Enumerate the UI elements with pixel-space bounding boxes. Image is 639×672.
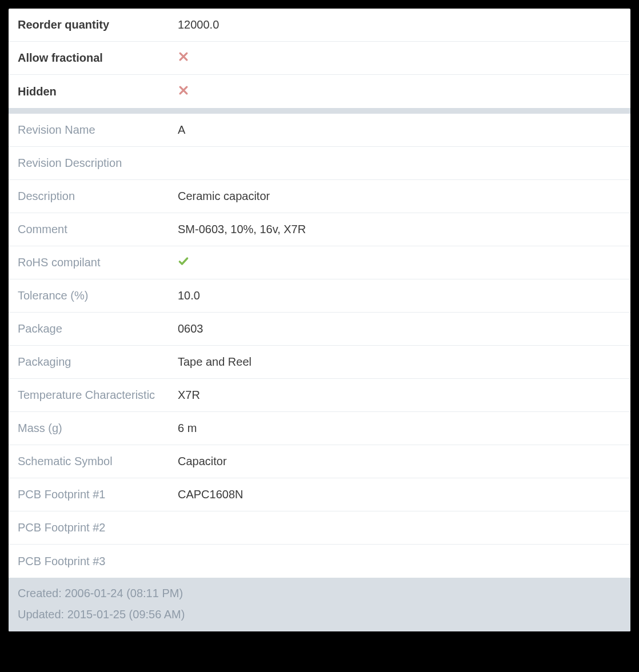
row-allow-fractional: Allow fractional bbox=[9, 42, 630, 75]
row-pcb-footprint-3: PCB Footprint #3 bbox=[9, 545, 630, 578]
row-tolerance: Tolerance (%) 10.0 bbox=[9, 279, 630, 313]
timestamps-footer: Created: 2006-01-24 (08:11 PM) Updated: … bbox=[9, 578, 630, 631]
value-temperature-characteristic: X7R bbox=[178, 389, 200, 402]
value-tolerance: 10.0 bbox=[178, 289, 200, 302]
detail-panel: Reorder quantity 12000.0 Allow fractiona… bbox=[9, 9, 630, 631]
row-package: Package 0603 bbox=[9, 313, 630, 346]
label-packaging: Packaging bbox=[18, 355, 178, 369]
value-reorder-quantity: 12000.0 bbox=[178, 18, 219, 31]
value-rohs-compliant bbox=[178, 255, 189, 270]
label-comment: Comment bbox=[18, 223, 178, 236]
row-revision-description: Revision Description bbox=[9, 147, 630, 180]
label-pcb-footprint-2: PCB Footprint #2 bbox=[18, 521, 178, 534]
value-description: Ceramic capacitor bbox=[178, 190, 270, 203]
created-value: 2006-01-24 (08:11 PM) bbox=[65, 587, 183, 599]
updated-value: 2015-01-25 (09:56 AM) bbox=[67, 608, 185, 621]
row-rohs-compliant: RoHS compilant bbox=[9, 246, 630, 279]
updated-label: Updated: bbox=[18, 608, 67, 621]
label-description: Description bbox=[18, 190, 178, 203]
label-temperature-characteristic: Temperature Characteristic bbox=[18, 389, 178, 402]
row-comment: Comment SM-0603, 10%, 16v, X7R bbox=[9, 213, 630, 246]
label-allow-fractional: Allow fractional bbox=[18, 51, 178, 65]
label-hidden: Hidden bbox=[18, 85, 178, 98]
created-label: Created: bbox=[18, 587, 65, 599]
cross-icon bbox=[178, 85, 189, 96]
label-reorder-quantity: Reorder quantity bbox=[18, 18, 178, 31]
check-icon bbox=[178, 255, 189, 267]
section-divider bbox=[9, 108, 630, 114]
row-reorder-quantity: Reorder quantity 12000.0 bbox=[9, 9, 630, 42]
created-timestamp: Created: 2006-01-24 (08:11 PM) bbox=[18, 587, 621, 600]
value-hidden bbox=[178, 85, 189, 99]
value-packaging: Tape and Reel bbox=[178, 355, 251, 369]
row-mass: Mass (g) 6 m bbox=[9, 412, 630, 445]
row-schematic-symbol: Schematic Symbol Capacitor bbox=[9, 445, 630, 478]
label-revision-name: Revision Name bbox=[18, 123, 178, 137]
row-pcb-footprint-1: PCB Footprint #1 CAPC1608N bbox=[9, 478, 630, 511]
row-hidden: Hidden bbox=[9, 75, 630, 108]
row-description: Description Ceramic capacitor bbox=[9, 180, 630, 213]
row-pcb-footprint-2: PCB Footprint #2 bbox=[9, 511, 630, 545]
value-package: 0603 bbox=[178, 322, 203, 335]
value-comment: SM-0603, 10%, 16v, X7R bbox=[178, 223, 306, 236]
label-schematic-symbol: Schematic Symbol bbox=[18, 455, 178, 468]
label-rohs-compliant: RoHS compilant bbox=[18, 256, 178, 269]
value-pcb-footprint-1: CAPC1608N bbox=[178, 488, 243, 501]
cross-icon bbox=[178, 51, 189, 62]
label-pcb-footprint-1: PCB Footprint #1 bbox=[18, 488, 178, 501]
label-package: Package bbox=[18, 322, 178, 335]
value-allow-fractional bbox=[178, 51, 189, 65]
label-mass: Mass (g) bbox=[18, 422, 178, 435]
label-revision-description: Revision Description bbox=[18, 157, 178, 170]
value-mass: 6 m bbox=[178, 422, 197, 435]
row-packaging: Packaging Tape and Reel bbox=[9, 346, 630, 379]
updated-timestamp: Updated: 2015-01-25 (09:56 AM) bbox=[18, 608, 621, 621]
row-temperature-characteristic: Temperature Characteristic X7R bbox=[9, 379, 630, 412]
row-revision-name: Revision Name A bbox=[9, 114, 630, 147]
label-tolerance: Tolerance (%) bbox=[18, 289, 178, 302]
label-pcb-footprint-3: PCB Footprint #3 bbox=[18, 555, 178, 568]
value-revision-name: A bbox=[178, 123, 185, 137]
value-schematic-symbol: Capacitor bbox=[178, 455, 227, 468]
